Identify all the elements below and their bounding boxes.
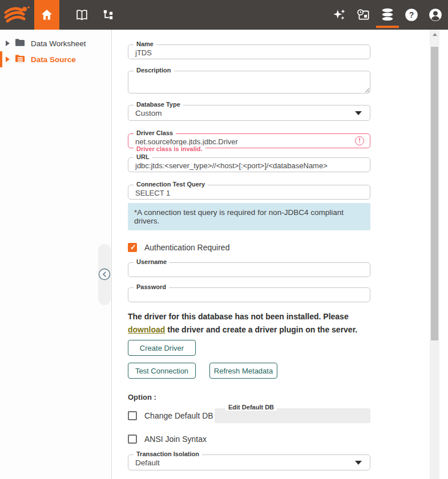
username-field[interactable]: Username xyxy=(128,262,370,277)
transaction-isolation-select[interactable]: Transaction Isolation Default xyxy=(128,454,370,470)
sidebar-item-data-worksheet[interactable]: Data Worksheet xyxy=(0,35,111,51)
sidebar-item-data-source[interactable]: Data Source xyxy=(0,51,111,67)
connection-test-query-field[interactable]: Connection Test Query xyxy=(128,185,370,200)
help-icon: ? xyxy=(404,7,419,22)
sidebar-item-label: Data Worksheet xyxy=(31,39,86,48)
data-source-nav-button[interactable] xyxy=(380,0,394,30)
description-field[interactable]: Description xyxy=(128,71,370,94)
home-button[interactable] xyxy=(34,0,59,30)
sidebar-item-label: Data Source xyxy=(31,55,76,64)
expand-arrow-icon[interactable] xyxy=(6,56,10,62)
name-input[interactable] xyxy=(128,45,370,59)
hierarchy-button[interactable] xyxy=(100,7,115,22)
folder-icon xyxy=(15,38,26,49)
scrollbar-track[interactable] xyxy=(430,30,439,479)
create-driver-button[interactable]: Create Driver xyxy=(128,340,196,356)
driver-missing-text: the driver and create a driver plugin on… xyxy=(165,325,357,334)
data-source-form-panel: Name Description Database Type Custom Dr… xyxy=(112,30,430,479)
brand-logo-icon xyxy=(0,4,34,26)
account-icon xyxy=(428,7,443,22)
authentication-required-checkbox-row[interactable]: Authentication Required xyxy=(128,243,370,252)
help-button[interactable]: ? xyxy=(404,0,418,30)
scroll-up-button[interactable] xyxy=(430,30,439,39)
password-field[interactable]: Password xyxy=(128,287,370,302)
top-bar: ? xyxy=(0,0,448,30)
password-field-label: Password xyxy=(134,283,169,290)
ansi-join-syntax-label: ANSI Join Syntax xyxy=(144,435,207,444)
driver-class-field[interactable]: Driver Class Driver class is invalid. xyxy=(128,133,370,148)
chevron-down-icon xyxy=(355,111,362,115)
url-field[interactable]: URL xyxy=(128,157,370,172)
refresh-metadata-button[interactable]: Refresh Metadata xyxy=(209,363,277,379)
test-query-note: *A connection test query is required for… xyxy=(128,203,370,230)
panel-splitter[interactable] xyxy=(98,244,111,305)
ai-assistant-button[interactable] xyxy=(332,0,346,30)
driver-missing-message: The driver for this database has not bee… xyxy=(128,310,373,336)
test-connection-button[interactable]: Test Connection xyxy=(128,363,196,379)
schedule-button[interactable] xyxy=(356,0,370,30)
authentication-required-checkbox[interactable] xyxy=(128,243,137,252)
change-default-db-checkbox-row[interactable]: Change Default DB xyxy=(128,411,215,420)
option-heading: Option : xyxy=(128,393,370,401)
library-button[interactable] xyxy=(74,7,89,22)
change-default-db-label: Change Default DB xyxy=(144,411,213,420)
description-field-label: Description xyxy=(134,67,174,74)
right-gutter xyxy=(439,30,448,479)
connection-test-query-label: Connection Test Query xyxy=(134,181,208,188)
chevron-down-icon xyxy=(355,461,362,465)
database-folder-icon xyxy=(15,54,26,65)
error-icon xyxy=(355,136,364,145)
download-link[interactable]: download xyxy=(128,325,165,334)
edit-default-db-label: Edit Default DB xyxy=(225,404,277,411)
collapse-panel-button[interactable] xyxy=(98,268,111,281)
driver-missing-text: The driver for this database has not bee… xyxy=(128,312,349,321)
expand-arrow-icon[interactable] xyxy=(6,40,10,46)
url-input[interactable] xyxy=(128,158,370,172)
url-field-label: URL xyxy=(134,153,152,160)
driver-class-error: Driver class is invalid. xyxy=(134,145,205,152)
svg-text:?: ? xyxy=(409,10,414,19)
authentication-required-label: Authentication Required xyxy=(144,243,229,252)
edit-default-db-field: Edit Default DB xyxy=(215,408,370,423)
database-type-label: Database Type xyxy=(134,101,183,108)
sparkles-icon xyxy=(332,7,347,22)
database-icon xyxy=(380,7,395,22)
transaction-isolation-value: Default xyxy=(135,458,160,467)
name-field-label: Name xyxy=(134,40,156,47)
scrollbar-thumb[interactable] xyxy=(431,47,438,340)
username-field-label: Username xyxy=(134,258,169,265)
ansi-join-syntax-checkbox[interactable] xyxy=(128,435,137,444)
name-field[interactable]: Name xyxy=(128,44,370,59)
database-type-select[interactable]: Database Type Custom xyxy=(128,105,370,121)
home-icon xyxy=(39,7,54,22)
database-type-value: Custom xyxy=(135,109,162,117)
change-default-db-checkbox[interactable] xyxy=(128,411,137,420)
up-arrow-icon xyxy=(433,33,437,36)
transaction-isolation-label: Transaction Isolation xyxy=(134,450,202,457)
description-input[interactable] xyxy=(128,71,370,93)
sidebar: Data Worksheet Data Source xyxy=(0,30,112,479)
active-tab-underline xyxy=(376,26,399,28)
account-button[interactable] xyxy=(428,0,442,30)
schedule-icon xyxy=(356,7,371,22)
ansi-join-syntax-checkbox-row[interactable]: ANSI Join Syntax xyxy=(128,435,370,444)
driver-class-label: Driver Class xyxy=(134,129,176,136)
active-item-bar xyxy=(0,51,2,67)
